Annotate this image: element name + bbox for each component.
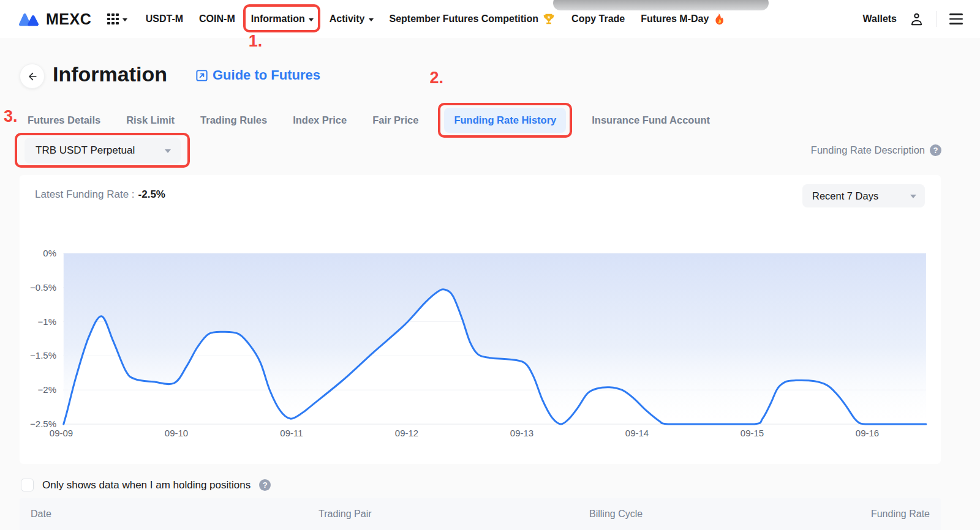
nav-item-futures-m-day[interactable]: Futures M-Day (641, 12, 725, 26)
chevron-down-icon (309, 18, 314, 21)
tab-label: Fair Price (372, 114, 418, 125)
nav-item-activity[interactable]: Activity (330, 13, 374, 24)
y-axis-tick: 0% (16, 248, 56, 258)
y-axis-tick: −0.5% (16, 282, 56, 293)
arrow-left-icon (26, 70, 39, 83)
menu-icon[interactable] (949, 13, 963, 24)
latest-funding-rate-value: -2.5% (138, 188, 165, 200)
tab-label: Futures Details (28, 114, 100, 125)
chevron-down-icon (165, 149, 171, 153)
guide-icon (195, 69, 209, 83)
x-axis-tick: 09-09 (50, 428, 73, 438)
column-header-trading-pair: Trading Pair (318, 509, 372, 520)
pair-selector-wrap: TRB USDT Perpetual 3. (24, 138, 181, 163)
funding-rate-description-label: Funding Rate Description (811, 144, 925, 156)
funding-rate-chart-card: Latest Funding Rate :-2.5% Recent 7 Days (20, 175, 941, 464)
top-navbar: MEXC USDT-MCOIN-MInformation1.ActivitySe… (0, 0, 980, 38)
guide-link-label: Guide to Futures (213, 67, 320, 83)
help-icon: ? (930, 144, 941, 156)
nav-item-copy-trade[interactable]: Copy Trade (571, 13, 625, 24)
information-tabs: Futures DetailsRisk LimitTrading RulesIn… (28, 108, 710, 133)
positions-filter-row: Only shows data when I am holding positi… (21, 479, 271, 491)
nav-item-usdt-m[interactable]: USDT-M (146, 13, 183, 24)
tab-insurance-fund-account[interactable]: Insurance Fund Account (592, 114, 710, 126)
chevron-down-icon (369, 18, 374, 21)
x-axis-tick: 09-14 (625, 428, 649, 438)
funding-rate-description-link[interactable]: Funding Rate Description ? (811, 144, 941, 156)
y-axis-tick: −1.5% (16, 350, 56, 360)
y-axis-tick: −2% (16, 384, 56, 395)
tab-label: Risk Limit (126, 114, 175, 125)
grid-icon (107, 13, 119, 25)
nav-item-label: USDT-M (146, 13, 183, 24)
chevron-down-icon (123, 18, 127, 21)
wallets-link[interactable]: Wallets (863, 13, 897, 24)
nav-item-september-futures-competition[interactable]: September Futures Competition (390, 12, 556, 26)
mexc-logo[interactable]: MEXC (17, 10, 91, 28)
fire-icon (712, 12, 725, 26)
guide-to-futures-link[interactable]: Guide to Futures (195, 67, 320, 83)
tab-funding-rate-history[interactable]: Funding Rate History2. (444, 108, 566, 133)
tab-trading-rules[interactable]: Trading Rules (200, 114, 267, 126)
nav-item-information[interactable]: Information1. (251, 13, 314, 24)
tab-index-price[interactable]: Index Price (293, 114, 347, 126)
y-axis-tick: −1% (16, 316, 56, 327)
pair-selector[interactable]: TRB USDT Perpetual (24, 138, 181, 163)
divider (937, 11, 937, 27)
trophy-icon (542, 12, 556, 26)
apps-grid-button[interactable] (107, 13, 127, 25)
page-title: Information (53, 62, 167, 86)
x-axis-tick: 09-12 (395, 428, 418, 438)
range-selector[interactable]: Recent 7 Days (802, 184, 925, 207)
positions-filter-label: Only shows data when I am holding positi… (42, 479, 251, 491)
annotation-number-3: 3. (4, 107, 18, 126)
tab-label: Funding Rate History (454, 114, 556, 125)
x-axis-tick: 09-11 (280, 428, 303, 438)
tab-label: Insurance Fund Account (592, 114, 710, 125)
tab-label: Trading Rules (200, 114, 267, 125)
x-axis-tick: 09-16 (856, 428, 879, 438)
nav-item-label: September Futures Competition (390, 13, 539, 24)
back-button[interactable] (20, 64, 45, 89)
pair-selector-value: TRB USDT Perpetual (36, 144, 135, 157)
latest-funding-rate-label: Latest Funding Rate : (35, 188, 135, 200)
positions-filter-checkbox[interactable] (21, 479, 34, 491)
navbar-right: Wallets (863, 11, 963, 27)
x-axis-tick: 09-10 (165, 428, 188, 438)
annotation-number-1: 1. (249, 32, 263, 51)
column-header-date: Date (31, 509, 51, 520)
funding-rate-table-header: DateTrading PairBilling CycleFunding Rat… (20, 498, 941, 530)
x-axis-tick: 09-13 (510, 428, 533, 438)
column-header-billing-cycle: Billing Cycle (589, 509, 643, 520)
blurred-notification (553, 0, 769, 10)
nav-item-label: Activity (330, 13, 365, 24)
tab-risk-limit[interactable]: Risk Limit (126, 114, 175, 126)
nav-item-label: COIN-M (199, 13, 235, 24)
main-nav: USDT-MCOIN-MInformation1.ActivitySeptemb… (146, 12, 725, 26)
user-icon[interactable] (909, 12, 924, 27)
tab-fair-price[interactable]: Fair Price (372, 114, 418, 126)
tab-label: Index Price (293, 114, 347, 125)
mexc-logo-text: MEXC (46, 10, 91, 28)
nav-item-label: Copy Trade (571, 13, 625, 24)
help-icon[interactable]: ? (259, 479, 271, 491)
chevron-down-icon (910, 195, 916, 198)
x-axis-tick: 09-15 (741, 428, 764, 438)
nav-item-coin-m[interactable]: COIN-M (199, 13, 235, 24)
annotation-number-2: 2. (429, 69, 443, 88)
range-selector-value: Recent 7 Days (812, 190, 878, 202)
latest-funding-rate: Latest Funding Rate :-2.5% (35, 188, 165, 201)
tab-futures-details[interactable]: Futures Details (28, 114, 100, 126)
nav-item-label: Information (251, 13, 305, 24)
nav-item-label: Futures M-Day (641, 13, 709, 24)
column-header-funding-rate: Funding Rate (871, 509, 930, 520)
mexc-logo-icon (17, 10, 40, 28)
mexc-futures-information-page: MEXC USDT-MCOIN-MInformation1.ActivitySe… (0, 0, 980, 530)
